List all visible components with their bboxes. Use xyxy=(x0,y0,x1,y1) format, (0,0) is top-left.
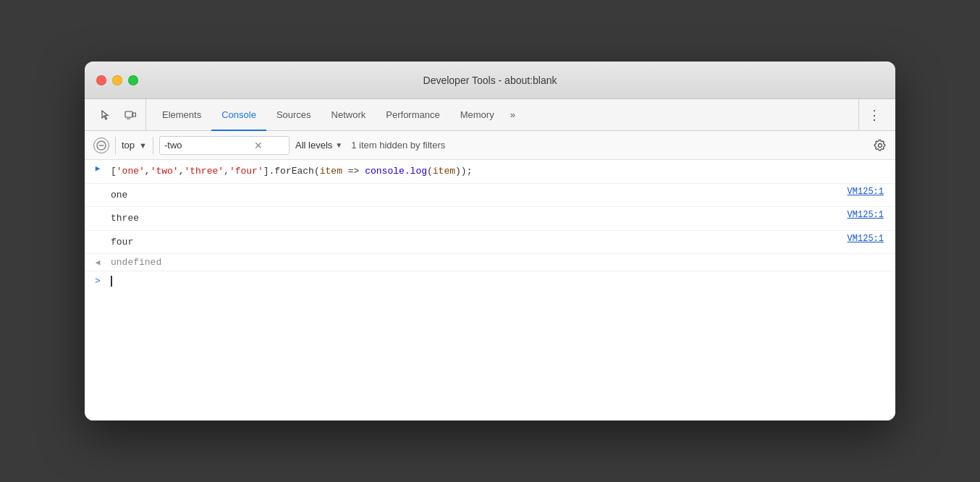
code-comma-1: , xyxy=(145,166,151,177)
output-link-one[interactable]: VM125:1 xyxy=(833,187,895,197)
filter-bar: top ▼ ✕ All levels ▼ 1 item hidden by fi… xyxy=(85,131,895,160)
output-text-three: three xyxy=(111,210,833,227)
minimize-button[interactable] xyxy=(112,75,122,85)
tab-performance[interactable]: Performance xyxy=(376,100,449,131)
more-tabs-button[interactable]: » xyxy=(504,99,521,130)
tab-console[interactable]: Console xyxy=(211,100,266,131)
svg-rect-1 xyxy=(133,113,136,117)
tab-network[interactable]: Network xyxy=(321,100,376,131)
console-undefined-entry: ◀ undefined xyxy=(85,254,895,271)
output-spacer-1 xyxy=(85,187,111,187)
console-output-four: four VM125:1 xyxy=(85,231,895,255)
console-prompt-arrow: > xyxy=(85,276,111,287)
output-spacer-2 xyxy=(85,210,111,211)
code-comma-3: , xyxy=(224,166,229,177)
console-code-line: ['one','two','three','four'].forEach(ite… xyxy=(111,163,895,180)
context-dropdown-arrow: ▼ xyxy=(139,141,147,150)
return-arrow: ◀ xyxy=(85,257,111,267)
tab-elements[interactable]: Elements xyxy=(152,100,211,131)
device-icon[interactable] xyxy=(121,106,140,124)
tabs: Elements Console Sources Network Perform… xyxy=(152,99,521,130)
code-str-one: 'one' xyxy=(117,166,145,177)
maximize-button[interactable] xyxy=(128,75,138,85)
toolbar-right: ⋮ xyxy=(858,99,890,130)
clear-console-button[interactable] xyxy=(93,138,109,153)
output-spacer-3 xyxy=(85,234,111,234)
toolbar-icons xyxy=(90,99,146,130)
tab-memory[interactable]: Memory xyxy=(450,100,504,131)
cursor xyxy=(111,276,112,287)
code-foreach: .forEach( xyxy=(269,166,320,177)
console-output-one: one VM125:1 xyxy=(85,184,895,208)
code-str-four: 'four' xyxy=(229,166,263,177)
console-output-area: ▶ ['one','two','three','four'].forEach(i… xyxy=(85,160,895,420)
hidden-items-message: 1 item hidden by filters xyxy=(351,140,445,151)
context-label: top xyxy=(122,140,135,151)
code-arrow: => xyxy=(342,166,365,177)
console-output-three: three VM125:1 xyxy=(85,207,895,231)
filter-clear-button[interactable]: ✕ xyxy=(254,140,263,151)
undefined-text: undefined xyxy=(111,257,161,268)
filter-input[interactable] xyxy=(164,140,251,151)
code-bracket-close: ] xyxy=(263,166,269,177)
filter-search-container: ✕ xyxy=(159,136,290,155)
context-selector[interactable]: top ▼ xyxy=(122,140,147,151)
code-param-item: item xyxy=(320,166,342,177)
inspect-icon[interactable] xyxy=(96,106,115,124)
console-prompt-line[interactable]: > xyxy=(85,271,895,291)
expand-arrow[interactable]: ▶ xyxy=(85,163,111,173)
window-title: Developer Tools - about:blank xyxy=(423,75,557,86)
output-link-three[interactable]: VM125:1 xyxy=(833,210,895,220)
traffic-lights xyxy=(96,75,138,85)
devtools-window: Developer Tools - about:blank Element xyxy=(85,62,895,420)
code-paren-open: ( xyxy=(427,166,433,177)
svg-rect-0 xyxy=(125,111,132,117)
code-str-three: 'three' xyxy=(184,166,224,177)
levels-dropdown-arrow: ▼ xyxy=(335,141,342,149)
code-param-item2: item xyxy=(433,166,455,177)
tab-sources[interactable]: Sources xyxy=(266,100,321,131)
output-text-four: four xyxy=(111,234,833,251)
log-levels-selector[interactable]: All levels ▼ xyxy=(295,140,342,151)
code-str-two: 'two' xyxy=(151,166,179,177)
code-parens-close: )); xyxy=(455,166,472,177)
output-link-four[interactable]: VM125:1 xyxy=(833,234,895,244)
titlebar: Developer Tools - about:blank xyxy=(85,62,895,99)
more-menu-button[interactable]: ⋮ xyxy=(865,107,884,123)
code-console-log: console.log xyxy=(365,166,427,177)
code-bracket-open: [ xyxy=(111,166,117,177)
filter-divider-1 xyxy=(115,137,116,154)
filter-divider-2 xyxy=(153,137,153,154)
console-input-entry: ▶ ['one','two','three','four'].forEach(i… xyxy=(85,160,895,184)
output-text-one: one xyxy=(111,187,833,204)
close-button[interactable] xyxy=(96,75,106,85)
toolbar: Elements Console Sources Network Perform… xyxy=(85,99,895,131)
log-levels-label: All levels xyxy=(295,140,332,151)
console-settings-button[interactable] xyxy=(874,139,887,152)
